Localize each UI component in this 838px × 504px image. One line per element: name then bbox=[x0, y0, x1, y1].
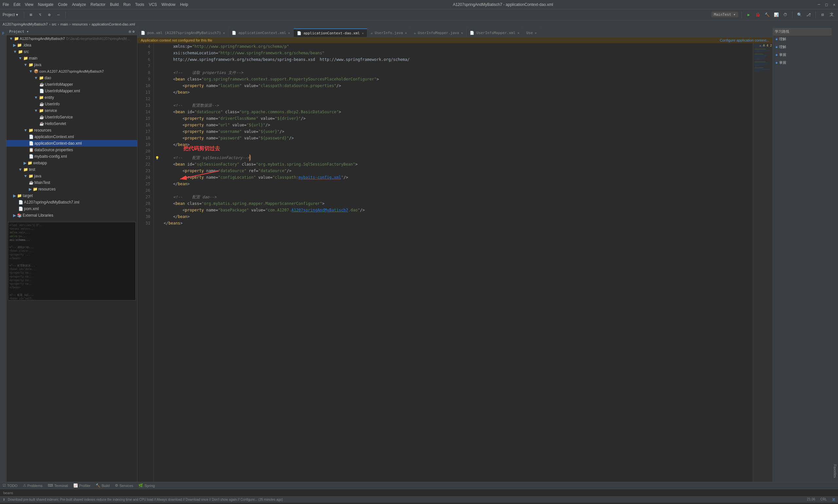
profile-icon[interactable]: ⏱ bbox=[782, 11, 789, 18]
tree-appcontext-xml[interactable]: 📄 applicationContext.xml bbox=[6, 133, 137, 140]
tree-userinfo[interactable]: ☕ UserInfo bbox=[6, 101, 137, 107]
tab-appcontext-dao-xml[interactable]: 📄 applicationContext-dao.xml ✕ bbox=[293, 29, 367, 37]
run-icon[interactable]: ▶ bbox=[745, 11, 752, 18]
project-dropdown[interactable]: Project ▾ bbox=[3, 13, 18, 17]
minimap[interactable]: ⚠ A 4 2 bbox=[753, 43, 772, 482]
minus-icon[interactable]: — bbox=[55, 11, 62, 18]
structure-icon[interactable]: ⊞ bbox=[28, 11, 35, 18]
code-line-29: <property name="basePackage" value="com.… bbox=[164, 207, 750, 213]
menu-navigate[interactable]: Navigate bbox=[38, 2, 53, 7]
right-panel-item-3[interactable]: ◆ 掌握 bbox=[773, 51, 832, 59]
tab-use[interactable]: Use ✕ bbox=[523, 29, 540, 37]
tab-userinfomapper-xml[interactable]: 📄 UserInfoMapper.xml ✕ bbox=[466, 29, 523, 37]
tab-build[interactable]: 🔨 Build bbox=[95, 482, 109, 489]
use-tab-close[interactable]: ✕ bbox=[535, 31, 537, 35]
tree-userinfomapper-java[interactable]: ☕ UserInfoMapper bbox=[6, 81, 137, 88]
tree-external-libs[interactable]: ▶ 📚 External Libraries bbox=[6, 212, 137, 219]
run-config-selector[interactable]: MainTest ▾ bbox=[711, 12, 738, 17]
tab-pom-xml[interactable]: 📄 pom.xml (A1207springAndMyBatisch7) ✕ bbox=[138, 29, 229, 37]
userinfomapper-tab-close[interactable]: ✕ bbox=[518, 31, 519, 35]
favorites-label[interactable]: Favorites bbox=[832, 463, 838, 479]
menu-code[interactable]: Code bbox=[58, 2, 68, 7]
collapse-all-icon[interactable]: ⊟ bbox=[129, 30, 131, 34]
tree-iml-file[interactable]: 📄 A1207springAndMyBatisch7.iml bbox=[6, 199, 137, 205]
bulb-icon[interactable]: 💡 bbox=[154, 155, 160, 161]
close-btn[interactable]: ✕ bbox=[833, 2, 835, 7]
tab-spring[interactable]: 🌿 Spring bbox=[139, 482, 155, 489]
tab-problems[interactable]: ⚠ Problems bbox=[23, 482, 42, 489]
layout-icon[interactable]: ⊡ bbox=[819, 11, 826, 18]
tree-appcontext-dao-xml[interactable]: 📄 applicationContext-dao.xml bbox=[6, 140, 137, 147]
menu-run[interactable]: Run bbox=[123, 2, 131, 7]
breadcrumb-main[interactable]: main bbox=[60, 22, 68, 26]
translate-icon[interactable]: 文 bbox=[828, 11, 835, 18]
menu-window[interactable]: Window bbox=[161, 2, 176, 7]
menu-bar[interactable]: File Edit View Navigate Code Analyze Ref… bbox=[3, 2, 188, 7]
tree-pom-xml[interactable]: 📄 pom.xml bbox=[6, 205, 137, 212]
tree-src[interactable]: ▼ 📁 src bbox=[6, 49, 137, 55]
debug-icon[interactable]: 🐞 bbox=[754, 11, 762, 18]
settings-icon[interactable]: ⚙ bbox=[46, 11, 53, 18]
tree-root[interactable]: ▼ 📁 A1207springAndMyBatisch7 D:\JavaEnte… bbox=[6, 35, 137, 42]
tab-userinfo-java[interactable]: ☕ UserInfo.java ✕ bbox=[367, 29, 410, 37]
breadcrumb-file[interactable]: applicationContext-dao.xml bbox=[92, 22, 135, 26]
menu-tools[interactable]: Tools bbox=[135, 2, 144, 7]
pom-tab-close[interactable]: ✕ bbox=[223, 31, 225, 35]
tree-service[interactable]: ▼ 📁 service bbox=[6, 107, 137, 114]
tree-java[interactable]: ▼ 📁 java bbox=[6, 61, 137, 68]
tree-test-java[interactable]: ▼ 📁 java bbox=[6, 173, 137, 179]
menu-refactor[interactable]: Refactor bbox=[91, 2, 105, 7]
tree-idea[interactable]: ▶ 📁 .idea bbox=[6, 42, 137, 49]
appcontext-dao-tab-close[interactable]: ✕ bbox=[362, 32, 364, 35]
tree-userinfomapper-xml[interactable]: 📄 UserInfoMapper.xml bbox=[6, 88, 137, 94]
menu-vcs[interactable]: VCS bbox=[149, 2, 157, 7]
menu-help[interactable]: Help bbox=[180, 2, 188, 7]
right-panel-item-4[interactable]: ◆ 掌握 bbox=[773, 59, 832, 67]
userinfo-java-tab-close[interactable]: ✕ bbox=[405, 31, 407, 35]
tree-userinfoservice[interactable]: ☕ UserInfoService bbox=[6, 114, 137, 121]
gear-icon[interactable]: ⚙ bbox=[132, 30, 135, 34]
userinfoservice-tab-close[interactable]: ✕ bbox=[461, 31, 463, 35]
git-branch-icon[interactable]: ⎇ bbox=[805, 11, 812, 18]
tree-target[interactable]: ▶ 📁 target bbox=[6, 193, 137, 199]
menu-analyze[interactable]: Analyze bbox=[72, 2, 86, 7]
maximize-btn[interactable]: □ bbox=[825, 2, 828, 7]
search-icon[interactable]: 🔍 bbox=[796, 11, 803, 18]
tab-terminal[interactable]: ⌨ Terminal bbox=[48, 482, 68, 489]
breadcrumb-resources[interactable]: resources bbox=[72, 22, 88, 26]
tree-mybaits-config[interactable]: 📄 mybaits-config.xml bbox=[6, 153, 137, 160]
tree-entity[interactable]: ▼ 📁 entity bbox=[6, 94, 137, 101]
breadcrumb-src[interactable]: src bbox=[52, 22, 57, 26]
tab-services[interactable]: ⚙ Services bbox=[115, 482, 133, 489]
git-icon[interactable]: ⌥ bbox=[37, 11, 44, 18]
tree-dao[interactable]: ▼ 📁 dao bbox=[6, 75, 137, 81]
minimize-btn[interactable]: ─ bbox=[818, 2, 820, 7]
tab-todo[interactable]: ☑ TODO bbox=[3, 482, 18, 489]
tree-webapp[interactable]: ▶ 📁 webapp bbox=[6, 160, 137, 166]
tree-package[interactable]: ▼ 📦 com.A1207.A1207springAndMyBatisch7 bbox=[6, 68, 137, 75]
tab-appcontext-xml[interactable]: 📄 applicationContext.xml ✕ bbox=[229, 29, 293, 37]
right-panel-item-2[interactable]: ◆ 理解 bbox=[773, 43, 832, 51]
tree-resources[interactable]: ▼ 📁 resources bbox=[6, 127, 137, 133]
tree-helloservlet[interactable]: ☕ HelloServlet bbox=[6, 121, 137, 127]
tree-maintest[interactable]: ☕ MainTest bbox=[6, 179, 137, 186]
tab-profiler[interactable]: 📈 Profiler bbox=[73, 482, 91, 489]
right-panel-item-1[interactable]: ◆ 理解 bbox=[773, 35, 832, 43]
project-activity-icon[interactable]: P bbox=[1, 31, 6, 36]
tree-test-resources[interactable]: ▶ 📁 resources bbox=[6, 186, 137, 193]
breadcrumb-project[interactable]: A1207springAndMyBatisch7 bbox=[3, 22, 48, 26]
build-icon[interactable]: 🔨 bbox=[763, 11, 770, 18]
appcontext-tab-close[interactable]: ✕ bbox=[288, 31, 290, 35]
code-content[interactable]: xmlns:p="http://www.springframework.org/… bbox=[160, 43, 753, 482]
tree-datasource-props[interactable]: 📋 dataSource.properties bbox=[6, 147, 137, 153]
window-controls[interactable]: ─ □ ✕ bbox=[818, 2, 835, 7]
configure-link[interactable]: Configure application context... bbox=[720, 38, 769, 42]
menu-view[interactable]: View bbox=[25, 2, 33, 7]
menu-build[interactable]: Build bbox=[110, 2, 119, 7]
tree-test[interactable]: ▼ 📁 test bbox=[6, 166, 137, 173]
menu-file[interactable]: File bbox=[3, 2, 9, 7]
coverage-icon[interactable]: 📊 bbox=[772, 11, 780, 18]
menu-edit[interactable]: Edit bbox=[14, 2, 20, 7]
tab-userinfoservice-java[interactable]: ☕ UserInfoMapper.java ✕ bbox=[410, 29, 467, 37]
tree-main[interactable]: ▼ 📁 main bbox=[6, 55, 137, 61]
